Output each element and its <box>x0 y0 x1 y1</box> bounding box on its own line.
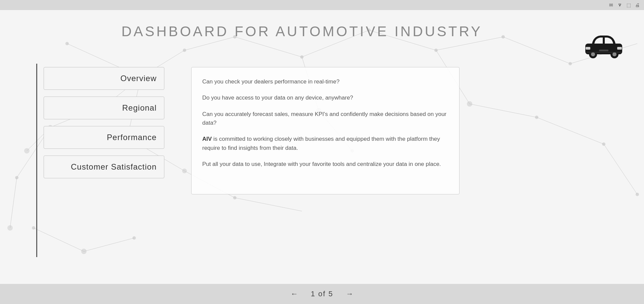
aiv-bold: AIV <box>202 136 212 142</box>
camera-icon[interactable]: ⬚ <box>626 2 631 8</box>
left-divider <box>36 64 37 257</box>
regional-button[interactable]: Regional <box>44 97 164 119</box>
mail-icon[interactable]: ✉ <box>608 2 614 8</box>
svg-point-57 <box>612 52 616 56</box>
svg-point-55 <box>591 52 595 56</box>
info-para-4: AIV is committed to working closely with… <box>202 135 448 153</box>
header: DASHBOARD FOR AUTOMOTIVE INDUSTRY <box>0 23 644 40</box>
page-indicator: 1 of 5 <box>311 290 333 298</box>
main-area: DASHBOARD FOR AUTOMOTIVE INDUSTRY <box>0 10 644 284</box>
info-para-1: Can you check your dealers performance i… <box>202 77 448 86</box>
bottom-bar: ← 1 of 5 → <box>0 284 644 304</box>
info-box: Can you check your dealers performance i… <box>191 67 460 194</box>
info-para-5: Put all your data to use, Integrate with… <box>202 160 448 169</box>
svg-rect-58 <box>586 47 590 50</box>
svg-rect-59 <box>617 47 622 50</box>
info-para-2: Do you have access to your data on any d… <box>202 94 448 102</box>
filter-icon[interactable]: ⛛ <box>617 2 623 8</box>
page-title: DASHBOARD FOR AUTOMOTIVE INDUSTRY <box>121 23 482 40</box>
print-icon[interactable]: 🖨 <box>635 2 640 8</box>
left-navigation: Overview Regional Performance Customer S… <box>44 67 164 178</box>
performance-button[interactable]: Performance <box>44 126 164 149</box>
overview-button[interactable]: Overview <box>44 67 164 90</box>
customer-satisfaction-button[interactable]: Customer Satisfaction <box>44 156 164 178</box>
svg-rect-60 <box>599 50 608 51</box>
top-bar: ✉ ⛛ ⬚ 🖨 <box>0 0 644 10</box>
next-button[interactable]: → <box>343 288 356 300</box>
info-para-4-text: is committed to working closely with bus… <box>202 136 440 151</box>
car-icon <box>584 30 624 62</box>
prev-button[interactable]: ← <box>288 288 301 300</box>
info-para-3: Can you accurately forecast sales, measu… <box>202 110 448 128</box>
